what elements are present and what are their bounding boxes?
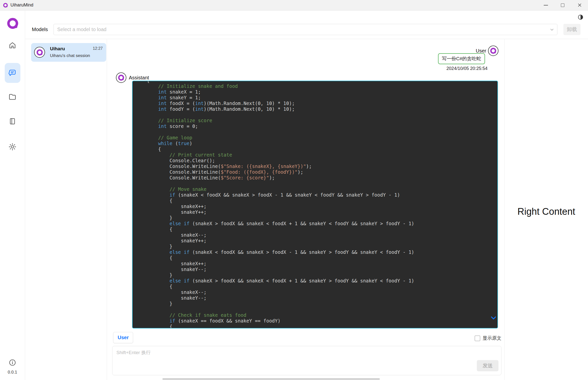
window-controls (537, 0, 588, 10)
user-message-bubble: 写一份C#的贪吃蛇 (438, 53, 485, 64)
close-icon (578, 3, 582, 7)
minimize-button[interactable] (537, 0, 554, 10)
sidebar-item-home[interactable] (7, 40, 17, 50)
right-panel: Right Content (504, 39, 588, 380)
chat-area: User 写一份C#的贪吃蛇 2024/10/05 20:25:54 Assis… (107, 39, 504, 380)
folder-icon (8, 93, 17, 101)
home-icon (8, 41, 17, 50)
theme-toggle-icon[interactable] (577, 14, 584, 20)
session-title: Uiharu (50, 46, 65, 52)
session-item[interactable]: Uiharu 12:27 Uiharu's chat session (31, 43, 106, 62)
right-panel-text: Right Content (505, 206, 588, 217)
unload-model-button[interactable]: 卸载 (563, 24, 581, 35)
model-select-placeholder: Select a model to load (57, 27, 106, 32)
minimize-icon (544, 5, 548, 5)
maximize-button[interactable] (554, 0, 571, 10)
show-raw-toggle: 显示原文 (475, 335, 501, 341)
model-select-dropdown[interactable]: Select a model to load (53, 24, 557, 35)
maximize-icon (561, 3, 564, 7)
info-icon (8, 359, 16, 367)
app-version: 0.0.1 (0, 370, 25, 375)
sidebar-item-notes[interactable] (7, 116, 17, 126)
session-avatar (34, 47, 45, 58)
chat-icon (7, 68, 17, 78)
horizontal-scrollbar[interactable] (162, 378, 380, 380)
assistant-avatar (116, 72, 126, 83)
session-subtitle: Uiharu's chat session (50, 53, 90, 58)
session-time: 12:27 (93, 46, 103, 51)
message-input[interactable] (112, 346, 385, 361)
topbar: Models Select a model to load 卸载 (25, 10, 588, 39)
assistant-code-block[interactable]: { // Initialize snake and food int snake… (132, 81, 498, 328)
sidebar-item-files[interactable] (7, 92, 17, 102)
show-raw-checkbox[interactable] (475, 335, 480, 341)
sidebar-item-chat[interactable] (5, 63, 20, 83)
code-content: { // Initialize snake and food int snake… (133, 81, 497, 328)
notes-panel-icon (8, 117, 16, 125)
sidebar-item-about[interactable] (7, 358, 17, 368)
models-label: Models (32, 27, 48, 32)
gear-icon (8, 143, 17, 151)
scroll-down-chevron-icon[interactable] (490, 314, 497, 321)
chevron-down-icon (549, 27, 555, 33)
app-logo-icon (3, 3, 8, 8)
user-avatar (488, 46, 498, 56)
titlebar: UiharuMind (0, 0, 588, 10)
message-input-container: 发送 (112, 346, 501, 375)
assistant-role-label: Assistant (129, 75, 149, 81)
sidebar-logo-icon (6, 17, 19, 30)
send-button[interactable]: 发送 (477, 360, 498, 371)
composer-role-button[interactable]: User (113, 332, 133, 343)
show-raw-label: 显示原文 (483, 335, 501, 341)
window-title: UiharuMind (10, 2, 33, 8)
user-message-timestamp: 2024/10/05 20:25:54 (446, 66, 488, 71)
close-button[interactable] (571, 0, 588, 10)
user-role-label: User (476, 48, 486, 54)
session-list: Uiharu 12:27 Uiharu's chat session (25, 39, 107, 380)
sidebar-item-settings[interactable] (7, 142, 17, 152)
sidebar: 0.0.1 (0, 10, 25, 380)
